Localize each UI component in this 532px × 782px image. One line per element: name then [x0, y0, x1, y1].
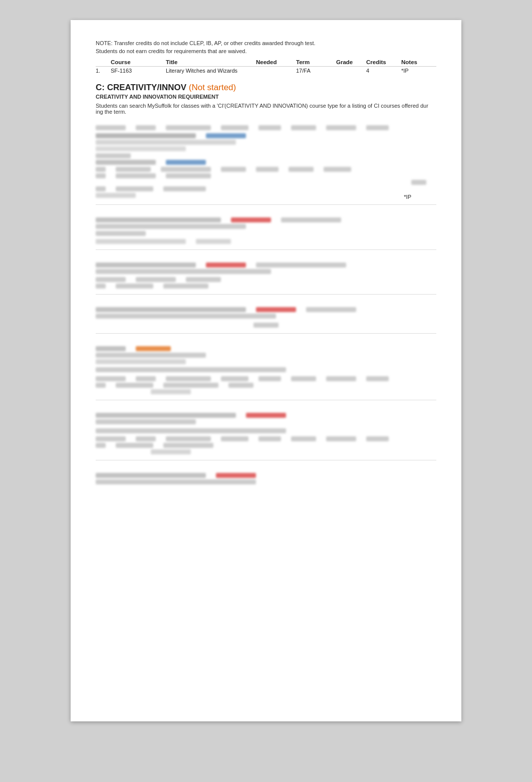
note-waived: Students do not earn credits for require…: [96, 48, 436, 54]
blurred-content-5: [96, 346, 436, 394]
row-title: Literary Witches and Wizards: [166, 68, 256, 74]
blurred-section-7: [96, 467, 436, 490]
blurred-section-2: [96, 212, 436, 250]
course-row-sf1163: 1. SF-1163 Literary Witches and Wizards …: [96, 67, 436, 75]
row-credits: 4: [366, 68, 401, 74]
blurred-content-3: [96, 263, 436, 289]
section-c-status: (Not started): [186, 83, 236, 92]
col-header-grade: Grade: [336, 59, 366, 65]
blurred-section-1: *IP: [96, 120, 436, 205]
table-header: Course Title Needed Term Grade Credits N…: [96, 58, 436, 67]
section-c-subheading: CREATIVITY AND INNOVATION REQUIREMENT: [96, 94, 436, 100]
note-clep: NOTE: Transfer credits do not include CL…: [96, 40, 436, 46]
col-header-needed: Needed: [256, 59, 296, 65]
col-header-term: Term: [296, 59, 336, 65]
col-header-num: [96, 59, 111, 65]
blurred-section-4: [96, 302, 436, 334]
section-c-title: C: CREATIVITY/INNOV: [96, 83, 186, 92]
blurred-content-6: [96, 413, 436, 454]
section-c-heading: C: CREATIVITY/INNOV (Not started): [96, 83, 436, 93]
row-term: 17/FA: [296, 68, 336, 74]
col-header-course: Course: [111, 59, 166, 65]
blurred-section-3: [96, 257, 436, 295]
row-grade: [336, 68, 366, 74]
blurred-content-1: [96, 125, 436, 198]
section-c-creativity: C: CREATIVITY/INNOV (Not started) CREATI…: [96, 83, 436, 490]
row-course: SF-1163: [111, 68, 166, 74]
col-header-notes: Notes: [401, 59, 441, 65]
blurred-section-5: [96, 341, 436, 400]
main-page: NOTE: Transfer credits do not include CL…: [71, 20, 461, 721]
col-header-credits: Credits: [366, 59, 401, 65]
blurred-content-7: [96, 473, 436, 484]
row-num: 1.: [96, 68, 111, 74]
col-header-title: Title: [166, 59, 256, 65]
section-c-description: Students can search MySuffolk for classe…: [96, 103, 436, 115]
row-notes: *IP: [401, 68, 441, 74]
blurred-content-2: [96, 217, 436, 244]
row-needed: [256, 68, 296, 74]
blurred-content-4: [96, 307, 436, 328]
blurred-section-6: [96, 407, 436, 460]
